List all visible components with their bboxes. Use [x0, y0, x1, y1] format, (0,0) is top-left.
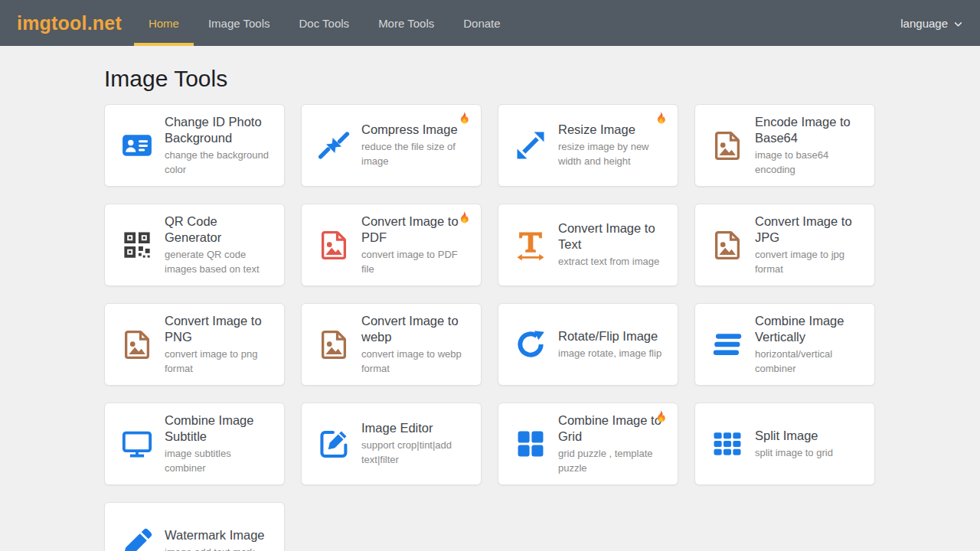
content: Image Tools Change ID Photo Background c… — [104, 66, 875, 551]
pen-icon — [121, 527, 153, 551]
tool-desc: support crop|tint|add text|filter — [361, 439, 471, 468]
monitor-icon — [121, 428, 153, 460]
nav-item-donate[interactable]: Donate — [449, 0, 514, 46]
flame-icon — [654, 111, 668, 125]
tool-desc: image subtitles combiner — [165, 447, 274, 476]
tool-card-rotate-flip-image[interactable]: Rotate/Flip Image image rotate, image fl… — [498, 303, 678, 386]
file-image-icon — [121, 328, 153, 360]
tool-card-split-image[interactable]: Split Image split image to grid — [694, 403, 875, 485]
nav-item-home[interactable]: Home — [134, 0, 194, 46]
qr-code-icon — [121, 229, 153, 261]
chevron-down-icon — [953, 19, 963, 29]
id-card-icon — [121, 129, 153, 161]
tool-desc: convert image to png format — [165, 347, 274, 377]
tool-title: Convert Image to Text — [558, 220, 668, 253]
tool-card-qr-code-generator[interactable]: QR Code Generator generate QR code image… — [104, 204, 285, 286]
tool-card-change-id-photo-background[interactable]: Change ID Photo Background change the ba… — [104, 104, 285, 187]
tool-desc: split image to grid — [755, 446, 864, 461]
tool-desc: convert image to webp format — [361, 347, 471, 377]
file-image-icon — [711, 229, 743, 261]
tool-card-encode-image-to-base64[interactable]: Encode Image to Base64 image to base64 e… — [694, 104, 875, 187]
tool-title: Combine Image Vertically — [755, 313, 864, 345]
tool-desc: extract text from image — [558, 255, 668, 269]
file-image-icon — [318, 328, 350, 360]
tool-card-combine-image-to-grid[interactable]: Combine Image to Grid grid puzzle , temp… — [498, 403, 678, 485]
flame-icon — [654, 409, 668, 423]
tool-desc: image add text mark — [165, 546, 274, 551]
tool-title: QR Code Generator — [165, 214, 274, 246]
bars-icon — [711, 328, 743, 360]
tool-card-convert-image-to-text[interactable]: Convert Image to Text extract text from … — [498, 204, 678, 286]
nav-item-image-tools[interactable]: Image Tools — [194, 0, 285, 46]
page-title: Image Tools — [104, 66, 875, 91]
tool-title: Compress Image — [361, 122, 471, 138]
edit-icon — [318, 428, 350, 460]
language-label: language — [900, 17, 948, 30]
tool-desc: convert image to PDF file — [361, 248, 471, 277]
tool-card-convert-image-to-webp[interactable]: Convert Image to webp convert image to w… — [301, 303, 482, 386]
tool-title: Combine Image to Grid — [558, 412, 668, 445]
tool-desc: horizontal/vertical combiner — [755, 347, 864, 377]
tools-grid: Change ID Photo Background change the ba… — [104, 104, 875, 551]
tool-desc: change the background color — [165, 148, 274, 178]
tool-card-image-editor[interactable]: Image Editor support crop|tint|add text|… — [301, 403, 482, 485]
tool-title: Convert Image to PNG — [165, 313, 274, 345]
tool-title: Watermark Image — [165, 527, 274, 543]
file-image-icon — [318, 229, 350, 261]
tool-desc: resize image by new width and height — [558, 140, 668, 169]
flame-icon — [457, 210, 471, 224]
grid-3x3-icon — [711, 428, 743, 460]
compress-icon — [318, 129, 350, 161]
nav-item-more-tools[interactable]: More Tools — [364, 0, 449, 46]
tool-card-combine-image-subtitle[interactable]: Combine Image Subtitle image subtitles c… — [104, 403, 285, 485]
file-image-icon — [711, 129, 743, 161]
tool-card-combine-image-vertically[interactable]: Combine Image Vertically horizontal/vert… — [694, 303, 875, 386]
rotate-icon — [514, 328, 547, 360]
tool-desc: grid puzzle , template puzzle — [558, 447, 668, 476]
tool-title: Encode Image to Base64 — [755, 114, 864, 146]
tool-title: Split Image — [755, 428, 864, 444]
tool-title: Combine Image Subtitle — [165, 412, 274, 445]
brand-logo[interactable]: imgtool.net — [17, 12, 122, 34]
tool-card-convert-image-to-pdf[interactable]: Convert Image to PDF convert image to PD… — [301, 204, 482, 286]
navbar: imgtool.net Home Image Tools Doc Tools M… — [0, 0, 980, 46]
tool-card-resize-image[interactable]: Resize Image resize image by new width a… — [498, 104, 678, 187]
text-width-icon — [514, 229, 547, 261]
tool-card-watermark-image[interactable]: Watermark Image image add text mark — [104, 502, 285, 551]
tool-title: Convert Image to JPG — [755, 214, 864, 246]
tool-title: Rotate/Flip Image — [558, 328, 668, 344]
tool-desc: image to base64 encoding — [755, 148, 864, 178]
flame-icon — [457, 111, 471, 125]
nav-item-doc-tools[interactable]: Doc Tools — [285, 0, 364, 46]
grid-2x2-icon — [514, 428, 547, 460]
tool-card-convert-image-to-png[interactable]: Convert Image to PNG convert image to pn… — [104, 303, 285, 386]
tool-title: Convert Image to PDF — [361, 214, 471, 246]
tool-desc: convert image to jpg format — [755, 248, 864, 277]
tool-desc: image rotate, image flip — [558, 347, 668, 361]
tool-title: Change ID Photo Background — [165, 114, 274, 146]
tool-desc: reduce the file size of image — [361, 140, 471, 169]
expand-arrows-icon — [514, 129, 547, 161]
tool-title: Resize Image — [558, 122, 668, 138]
tool-card-compress-image[interactable]: Compress Image reduce the file size of i… — [301, 104, 482, 187]
main-nav: Home Image Tools Doc Tools More Tools Do… — [134, 0, 515, 46]
tool-desc: generate QR code images based on text — [165, 248, 274, 277]
tool-title: Convert Image to webp — [361, 313, 471, 345]
language-menu[interactable]: language — [900, 0, 963, 46]
tool-card-convert-image-to-jpg[interactable]: Convert Image to JPG convert image to jp… — [694, 204, 875, 286]
tool-title: Image Editor — [361, 420, 471, 436]
